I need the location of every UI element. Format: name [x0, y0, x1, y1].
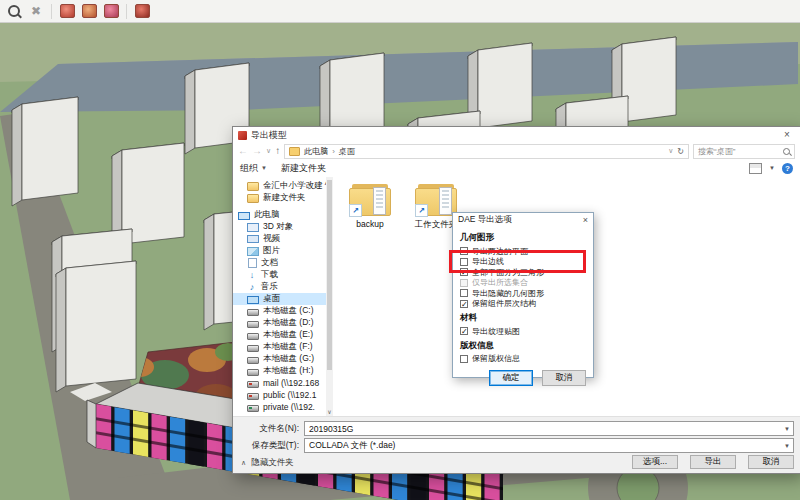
- sidebar-scrollbar[interactable]: ∨: [326, 177, 333, 417]
- material-tool-d-icon[interactable]: [132, 2, 152, 20]
- sidebar-item-label: 本地磁盘 (H:): [263, 365, 314, 377]
- dae-option-0-0[interactable]: 导出两边的平面: [460, 246, 586, 257]
- scrollbar-thumb[interactable]: [327, 180, 332, 370]
- filetype-select[interactable]: COLLADA 文件 (*.dae) ▼: [304, 438, 794, 453]
- dae-option-1-0[interactable]: ✓导出纹理贴图: [460, 326, 586, 337]
- sketchup-export-icon: [238, 131, 247, 140]
- sidebar-item-5[interactable]: 图片: [233, 245, 333, 257]
- 3d-icon: [247, 223, 259, 232]
- unchecked-checkbox-icon[interactable]: [460, 258, 468, 266]
- export-button[interactable]: 导出: [690, 455, 736, 469]
- dae-section-header: 版权信息: [460, 340, 586, 352]
- sidebar-item-1[interactable]: 新建文件夹: [233, 192, 333, 204]
- dae-options-body: 几何图形导出两边的平面导出边线✓全部平面分为三角形仅导出所选集合导出隐藏的几何图…: [453, 227, 593, 386]
- checked-checkbox-icon[interactable]: ✓: [460, 268, 468, 276]
- dae-option-2-0[interactable]: 保留版权信息: [460, 354, 586, 365]
- close-icon[interactable]: ×: [583, 215, 588, 225]
- combo-chevron-icon[interactable]: ▼: [784, 426, 790, 432]
- sidebar-item-12[interactable]: 本地磁盘 (E:): [233, 329, 333, 341]
- dae-option-label: 导出隐藏的几何图形: [472, 288, 544, 299]
- scale-tool-icon[interactable]: ✖: [26, 2, 46, 20]
- sidebar-item-18[interactable]: private (\\192.: [233, 401, 333, 413]
- sidebar-item-14[interactable]: 本地磁盘 (G:): [233, 353, 333, 365]
- dae-dialog-title: DAE 导出选项: [458, 214, 512, 226]
- sidebar-item-11[interactable]: 本地磁盘 (D:): [233, 317, 333, 329]
- combo-chevron-icon[interactable]: ▼: [784, 443, 790, 449]
- dae-option-label: 仅导出所选集合: [472, 277, 528, 288]
- dae-option-0-5[interactable]: ✓保留组件层次结构: [460, 299, 586, 310]
- folder-icon: ↗: [415, 184, 457, 216]
- dialog-title: 导出模型: [251, 129, 287, 142]
- breadcrumb-this-pc[interactable]: 此电脑: [304, 146, 328, 157]
- sidebar-item-13[interactable]: 本地磁盘 (F:): [233, 341, 333, 353]
- dae-section-header: 几何图形: [460, 232, 586, 244]
- drive-icon: [247, 333, 259, 340]
- dae-dialog-titlebar[interactable]: DAE 导出选项 ×: [453, 213, 593, 227]
- sidebar-item-label: 新建文件夹: [263, 192, 306, 204]
- filename-label: 文件名(N):: [235, 423, 299, 435]
- cancel-button[interactable]: 取消: [748, 455, 794, 469]
- sidebar-item-label: 桌面: [263, 293, 280, 305]
- dae-option-0-4[interactable]: 导出隐藏的几何图形: [460, 288, 586, 299]
- checked-checkbox-icon[interactable]: ✓: [460, 327, 468, 335]
- dae-option-0-2[interactable]: ✓全部平面分为三角形: [460, 267, 586, 278]
- zoom-tool-icon[interactable]: [4, 2, 24, 20]
- sidebar-item-4[interactable]: 视频: [233, 233, 333, 245]
- view-chevron-icon[interactable]: ▼: [769, 165, 775, 171]
- forward-icon[interactable]: →: [252, 146, 262, 156]
- material-tool-c-icon[interactable]: [101, 2, 121, 20]
- dae-option-0-3: 仅导出所选集合: [460, 278, 586, 289]
- sidebar-item-0[interactable]: 金汇中小学改建 ^: [233, 180, 333, 192]
- sidebar-item-10[interactable]: 本地磁盘 (C:): [233, 305, 333, 317]
- sidebar-item-label: 视频: [263, 233, 280, 245]
- history-chevron-icon[interactable]: ∨: [266, 147, 271, 155]
- material-tool-b-icon[interactable]: [79, 2, 99, 20]
- breadcrumb-desktop[interactable]: 桌面: [339, 146, 355, 157]
- dae-options-dialog: DAE 导出选项 × 几何图形导出两边的平面导出边线✓全部平面分为三角形仅导出所…: [452, 212, 594, 378]
- sidebar-item-label: 3D 对象: [263, 221, 293, 233]
- material-tool-a-icon[interactable]: [57, 2, 77, 20]
- close-icon[interactable]: ×: [779, 128, 795, 142]
- organize-menu[interactable]: 组织 ▼: [240, 162, 267, 175]
- music-icon: ♪: [247, 283, 257, 292]
- sidebar-item-2[interactable]: 此电脑: [233, 209, 333, 221]
- dae-cancel-button[interactable]: 取消: [542, 370, 586, 386]
- sidebar-item-label: mail (\\192.168: [263, 378, 319, 388]
- folder-tree-sidebar: 金汇中小学改建 ^新建文件夹此电脑3D 对象视频图片文档↓下载♪音乐桌面本地磁盘…: [233, 177, 333, 417]
- sidebar-item-9[interactable]: 桌面: [233, 293, 333, 305]
- dialog-titlebar[interactable]: 导出模型 ×: [233, 127, 800, 143]
- ok-button[interactable]: 确定: [489, 370, 533, 386]
- sidebar-item-8[interactable]: ♪音乐: [233, 281, 333, 293]
- refresh-icon[interactable]: ↻: [677, 147, 684, 156]
- sidebar-item-3[interactable]: 3D 对象: [233, 221, 333, 233]
- unchecked-checkbox-icon[interactable]: [460, 279, 468, 287]
- sidebar-item-17[interactable]: public (\\192.1: [233, 389, 333, 401]
- unchecked-checkbox-icon[interactable]: [460, 247, 468, 255]
- up-icon[interactable]: ↑: [275, 146, 280, 156]
- sidebar-item-16[interactable]: mail (\\192.168: [233, 377, 333, 389]
- new-folder-button[interactable]: 新建文件夹: [281, 162, 326, 175]
- sidebar-item-7[interactable]: ↓下载: [233, 269, 333, 281]
- unchecked-checkbox-icon[interactable]: [460, 355, 468, 363]
- sidebar-item-6[interactable]: 文档: [233, 257, 333, 269]
- address-dropdown-icon[interactable]: ∨: [668, 147, 673, 156]
- help-icon[interactable]: ?: [782, 163, 793, 174]
- shortcut-arrow-icon: ↗: [349, 204, 362, 217]
- dae-option-0-1[interactable]: 导出边线: [460, 257, 586, 268]
- sidebar-item-label: 音乐: [261, 281, 278, 293]
- back-icon[interactable]: ←: [238, 146, 248, 156]
- address-bar[interactable]: 此电脑 › 桌面 ∨ ↻: [284, 144, 689, 159]
- sidebar-item-label: 文档: [261, 257, 278, 269]
- hide-folders-button[interactable]: ∧ 隐藏文件夹: [241, 457, 294, 469]
- sidebar-item-label: 本地磁盘 (F:): [263, 341, 313, 353]
- view-mode-icon[interactable]: [749, 163, 762, 174]
- sidebar-item-label: 下载: [261, 269, 278, 281]
- sidebar-item-15[interactable]: 本地磁盘 (H:): [233, 365, 333, 377]
- filename-input[interactable]: 20190315G ▼: [304, 421, 794, 436]
- options-button[interactable]: 选项...: [632, 455, 678, 469]
- file-tile-backup[interactable]: ↗backup: [341, 184, 399, 229]
- checked-checkbox-icon[interactable]: ✓: [460, 300, 468, 308]
- unchecked-checkbox-icon[interactable]: [460, 289, 468, 297]
- netdrive-red-icon: [247, 393, 259, 400]
- search-input[interactable]: 搜索“桌面”: [693, 144, 795, 159]
